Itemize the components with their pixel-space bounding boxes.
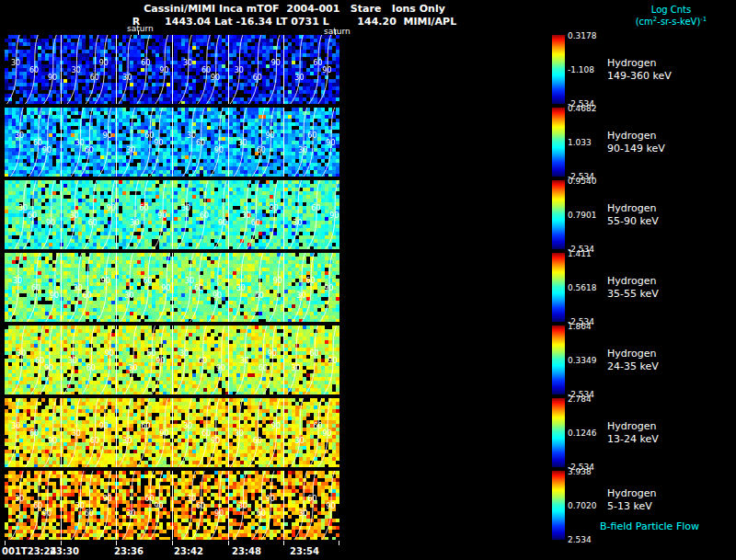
species-name: Hydrogen — [607, 486, 657, 499]
time-tick-label-0: 001T23:24 — [2, 546, 57, 556]
colorbar-max-label: 1.864 — [568, 322, 592, 331]
time-tick-label-1: 23:30 — [50, 546, 79, 556]
colorbar-mid-label: -1.108 — [568, 65, 594, 74]
colorbar-row-5 — [552, 326, 565, 394]
heatmap-canvas-row-7 — [5, 471, 339, 540]
saturn-marker-label-1: saturn — [127, 24, 154, 33]
colorbar-mid-label: 0.7901 — [568, 211, 597, 220]
time-tick-label-5: 23:54 — [290, 546, 319, 556]
species-name: Hydrogen — [607, 274, 659, 287]
colorbar-max-label: 0.4682 — [568, 104, 597, 113]
colorbar-mid-label: 0.3349 — [568, 356, 597, 365]
spectrogram-row-6: 2.784 0.1246 -2.534 Hydrogen 13-24 keV — [0, 398, 736, 467]
colorbar-max-label: 1.411 — [568, 249, 592, 258]
colorbar-max-label: 0.3178 — [568, 31, 597, 40]
time-tick-label-4: 23:48 — [232, 546, 261, 556]
axis-tick — [283, 541, 284, 545]
energy-band: 5-13 keV — [607, 500, 657, 513]
energy-band: 90-149 keV — [607, 143, 665, 155]
spectrogram-row-3: 0.9540 0.7901 -2.534 Hydrogen 55-90 keV — [0, 180, 736, 249]
species-name: Hydrogen — [607, 129, 665, 142]
row-energy-label: Hydrogen 35-55 keV — [607, 274, 659, 301]
energy-band: 149-360 keV — [607, 70, 672, 83]
time-tick-label-2: 23:36 — [114, 546, 144, 556]
spectrogram-row-5: 1.864 0.3349 -2.534 Hydrogen 24-35 keV — [0, 326, 736, 394]
colorbar-row-3 — [552, 180, 565, 249]
colorbar-mid-label: 0.7020 — [568, 501, 597, 510]
colorbar-row-1 — [552, 35, 565, 104]
energy-band: 24-35 keV — [607, 360, 659, 373]
axis-tick — [339, 541, 339, 545]
axis-tick — [172, 541, 173, 545]
colorbar-max-label: 2.784 — [568, 394, 592, 404]
heatmap-canvas-row-1 — [5, 35, 339, 104]
colorbar-legend-units: (cm2-sr-s-keV)-1 — [618, 16, 724, 28]
row-energy-label: Hydrogen 149-360 keV — [607, 56, 672, 83]
species-name: Hydrogen — [607, 419, 659, 432]
axis-tick — [228, 541, 229, 545]
colorbar-legend: Log Cnts (cm2-sr-s-keV)-1 — [618, 4, 724, 28]
colorbar-mid-label: 0.5618 — [568, 283, 597, 292]
cassini-mimi-spectrogram-screen: Cassini/MIMI Inca mTOF 2004-001 Stare Io… — [0, 0, 736, 560]
time-tick-label-3: 23:42 — [174, 546, 203, 556]
colorbar-row-2 — [552, 108, 565, 177]
colorbar-row-6 — [552, 398, 565, 467]
row-energy-label: Hydrogen 90-149 keV — [607, 129, 665, 155]
legend-units-part: (cm — [636, 17, 653, 27]
energy-band: 35-55 keV — [607, 288, 659, 301]
heatmap-canvas-row-6 — [5, 398, 339, 467]
row-energy-label: Hydrogen 13-24 keV — [607, 419, 659, 446]
heatmap-canvas-row-4 — [5, 253, 339, 322]
plot-title: Cassini/MIMI Inca mTOF 2004-001 Stare Io… — [18, 3, 570, 15]
legend-units-part2: -sr-s-keV) — [657, 17, 700, 27]
axis-tick — [5, 541, 6, 545]
spectrogram-row-1: 0.3178 -1.108 -2.534 Hydrogen 149-360 ke… — [0, 35, 736, 104]
spectrogram-row-4: 1.411 0.5618 -2.534 Hydrogen 35-55 keV — [0, 253, 736, 322]
plot-subtitle: R 1443.04 Lat -16.34 LT 0731 L 144.20 MI… — [18, 16, 570, 28]
colorbar-min-label: 2.534 — [568, 535, 592, 544]
energy-band: 13-24 keV — [607, 433, 659, 446]
species-name: Hydrogen — [607, 56, 672, 69]
colorbar-max-label: 3.938 — [568, 467, 592, 476]
bfield-particle-flow-note: B-field Particle Flow — [600, 520, 699, 532]
row-energy-label: Hydrogen 5-13 keV — [607, 486, 657, 513]
heatmap-canvas-row-2 — [5, 108, 339, 177]
colorbar-mid-label: 0.1246 — [568, 429, 597, 438]
legend-sup-neg1: -1 — [700, 16, 707, 23]
axis-tick — [61, 541, 62, 545]
energy-band: 55-90 keV — [607, 215, 659, 228]
species-name: Hydrogen — [607, 347, 659, 360]
colorbar-row-7 — [552, 471, 565, 540]
axis-tick — [116, 541, 117, 545]
time-axis: 001T23:24 23:30 23:36 23:42 23:48 23:54 — [0, 546, 736, 559]
heatmap-canvas-row-5 — [5, 326, 339, 394]
colorbar-mid-label: 1.033 — [568, 138, 592, 147]
heatmap-canvas-row-3 — [5, 180, 339, 249]
colorbar-legend-line1: Log Cnts — [618, 4, 724, 16]
spectrogram-row-2: 0.4682 1.033 -2.534 Hydrogen 90-149 keV — [0, 108, 736, 177]
colorbar-max-label: 0.9540 — [568, 177, 597, 186]
row-energy-label: Hydrogen 24-35 keV — [607, 347, 659, 373]
species-name: Hydrogen — [607, 201, 659, 214]
row-energy-label: Hydrogen 55-90 keV — [607, 201, 659, 228]
colorbar-row-4 — [552, 253, 565, 322]
